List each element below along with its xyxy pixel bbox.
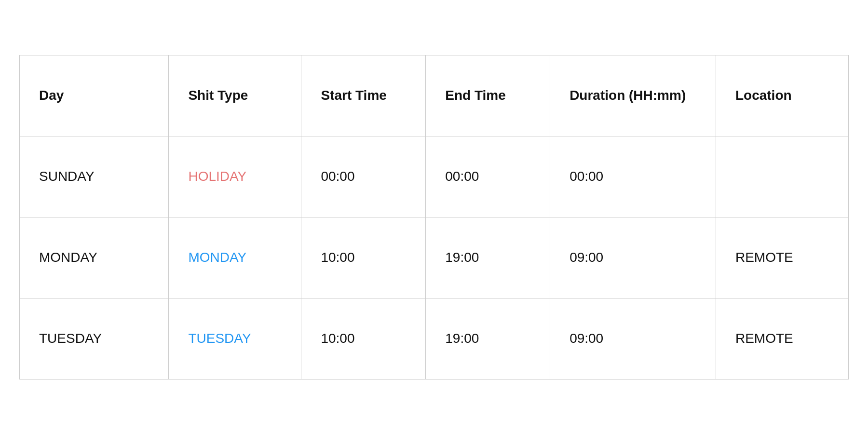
col-header-start-time: Start Time	[301, 55, 426, 136]
cell-location: REMOTE	[716, 217, 848, 298]
col-header-day: Day	[20, 55, 169, 136]
table-row: MONDAYMONDAY10:0019:0009:00REMOTE	[20, 217, 849, 298]
cell-day: SUNDAY	[20, 136, 169, 217]
col-header-location: Location	[716, 55, 848, 136]
table-header-row: Day Shit Type Start Time End Time Durati…	[20, 55, 849, 136]
cell-end-time: 19:00	[426, 217, 550, 298]
schedule-table: Day Shit Type Start Time End Time Durati…	[19, 55, 849, 380]
table-row: TUESDAYTUESDAY10:0019:0009:00REMOTE	[20, 298, 849, 379]
cell-start-time: 00:00	[301, 136, 426, 217]
cell-duration: 00:00	[550, 136, 716, 217]
cell-day: MONDAY	[20, 217, 169, 298]
cell-shift-type: MONDAY	[169, 217, 301, 298]
col-header-end-time: End Time	[426, 55, 550, 136]
cell-duration: 09:00	[550, 298, 716, 379]
schedule-table-container: Day Shit Type Start Time End Time Durati…	[19, 55, 849, 380]
col-header-shift-type: Shit Type	[169, 55, 301, 136]
cell-duration: 09:00	[550, 217, 716, 298]
cell-end-time: 19:00	[426, 298, 550, 379]
col-header-duration: Duration (HH:mm)	[550, 55, 716, 136]
cell-end-time: 00:00	[426, 136, 550, 217]
cell-location	[716, 136, 848, 217]
table-row: SUNDAYHOLIDAY00:0000:0000:00	[20, 136, 849, 217]
cell-start-time: 10:00	[301, 298, 426, 379]
cell-location: REMOTE	[716, 298, 848, 379]
cell-shift-type: TUESDAY	[169, 298, 301, 379]
cell-shift-type: HOLIDAY	[169, 136, 301, 217]
cell-day: TUESDAY	[20, 298, 169, 379]
cell-start-time: 10:00	[301, 217, 426, 298]
